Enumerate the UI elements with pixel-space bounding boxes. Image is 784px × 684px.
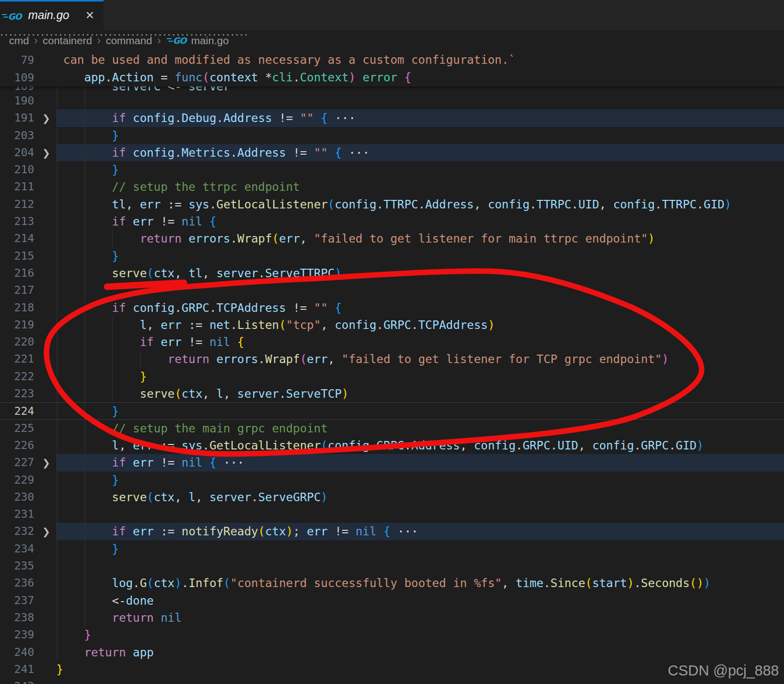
code-line[interactable]: 234 } [0, 540, 784, 557]
code-line[interactable]: 231 [0, 506, 784, 523]
breadcrumb-item-cmd[interactable]: cmd [9, 35, 29, 47]
code-line[interactable]: 189 serverC <- server [0, 86, 784, 92]
line-number: 191 [0, 109, 34, 127]
code-line[interactable]: 191❯ if config.Debug.Address != "" { ··· [0, 109, 784, 127]
code-line[interactable]: 215 } [0, 248, 784, 265]
code-text: serverC <- server [56, 86, 230, 92]
code-text: l, err := net.Listen("tcp", config.GRPC.… [56, 316, 495, 333]
code-line[interactable]: 239 } [0, 626, 784, 643]
code-text: // setup the main grpc endpoint [56, 420, 328, 437]
line-number: 234 [0, 540, 34, 557]
indent-guide [57, 282, 57, 299]
code-line[interactable]: 216 serve(ctx, tl, server.ServeTTRPC) [0, 265, 784, 282]
code-line[interactable]: 226 l, err := sys.GetLocalListener(confi… [0, 437, 784, 454]
code-line[interactable]: 230 serve(ctx, l, server.ServeGRPC) [0, 489, 784, 506]
code-line[interactable]: 211 // setup the ttrpc endpoint [0, 178, 784, 195]
code-line[interactable]: 222 } [0, 368, 784, 385]
code-text: serve(ctx, l, server.ServeGRPC) [56, 489, 328, 506]
code-line[interactable]: 240 return app [0, 644, 784, 661]
code-line[interactable]: 241} [0, 661, 784, 678]
line-number: 225 [0, 420, 34, 437]
fold-chevron-icon[interactable]: ❯ [42, 144, 53, 161]
breadcrumb-item-command[interactable]: command [106, 35, 152, 47]
code-line[interactable]: 225 // setup the main grpc endpoint [0, 420, 784, 437]
go-icon: GO [173, 36, 186, 46]
fold-chevron-icon[interactable]: ❯ [42, 454, 53, 471]
code-text: } [56, 161, 119, 178]
code-line[interactable]: 237 <-done [0, 592, 784, 609]
sticky-line[interactable]: 109 app.Action = func(context *cli.Conte… [0, 69, 784, 86]
fold-chevron-icon[interactable]: ❯ [42, 109, 53, 127]
code-text: return app [56, 644, 154, 661]
code-text: can be used and modified as necessary as… [56, 51, 516, 69]
code-text: } [56, 472, 119, 489]
line-number: 213 [0, 213, 34, 230]
line-number: 239 [0, 626, 34, 643]
code-text: l, err := sys.GetLocalListener(config.GR… [56, 437, 704, 454]
tab-bar: GO main.go ✕ [0, 0, 784, 30]
code-line[interactable]: 235 [0, 557, 784, 575]
code-line[interactable]: 229 } [0, 472, 784, 489]
code-line[interactable]: 218 if config.GRPC.TCPAddress != "" { [0, 299, 784, 316]
line-number: 224 [0, 403, 34, 420]
code-line[interactable]: 232❯ if err := notifyReady(ctx); err != … [0, 523, 784, 540]
code-line[interactable]: 219 l, err := net.Listen("tcp", config.G… [0, 316, 784, 333]
code-line[interactable]: 223 serve(ctx, l, server.ServeTCP) [0, 385, 784, 402]
close-icon[interactable]: ✕ [85, 9, 94, 22]
code-text: return nil [56, 609, 181, 626]
breadcrumb-item-main-go[interactable]: main.go [191, 35, 229, 47]
chevron-right-icon: › [97, 35, 101, 46]
code-line[interactable]: 212 tl, err := sys.GetLocalListener(conf… [0, 196, 784, 213]
code-line[interactable]: 242 [0, 678, 784, 684]
line-number: 203 [0, 127, 34, 144]
code-line[interactable]: 238 return nil [0, 609, 784, 626]
code-text: } [56, 626, 91, 643]
indent-guide [57, 506, 57, 523]
code-text: if err != nil { [56, 333, 244, 351]
code-line[interactable]: 227❯ if err != nil { ··· [0, 454, 784, 471]
code-text: // setup the ttrpc endpoint [56, 178, 300, 195]
line-number: 236 [0, 575, 34, 592]
code-line[interactable]: 210 } [0, 161, 784, 178]
code-text: tl, err := sys.GetLocalListener(config.T… [56, 196, 731, 213]
code-text: } [56, 127, 119, 144]
breadcrumb-item-containerd[interactable]: containerd [43, 35, 92, 47]
fold-chevron-icon[interactable]: ❯ [42, 523, 53, 540]
vscode-editor-window: GO main.go ✕ cmd › containerd › command … [0, 0, 784, 684]
code-line[interactable]: 214 return errors.Wrapf(err, "failed to … [0, 230, 784, 247]
code-text: if err != nil { ··· [56, 454, 244, 471]
code-text: } [56, 661, 63, 678]
indent-guide [57, 557, 57, 575]
code-text: if config.GRPC.TCPAddress != "" { [56, 299, 342, 316]
code-line[interactable]: 190 [0, 92, 784, 109]
code-line[interactable]: 220 if err != nil { [0, 333, 784, 351]
code-line[interactable]: 217 [0, 282, 784, 299]
sticky-scroll-divider [1, 34, 248, 36]
code-text: serve(ctx, l, server.ServeTCP) [56, 385, 349, 402]
code-text: if config.Metrics.Address != "" { ··· [56, 144, 369, 161]
line-number: 232 [0, 523, 34, 540]
code-line[interactable]: 224 } [0, 402, 784, 419]
sticky-line[interactable]: 79 can be used and modified as necessary… [0, 51, 784, 69]
tab-title: main.go [28, 9, 69, 22]
code-line[interactable]: 204❯ if config.Metrics.Address != "" { ·… [0, 144, 784, 161]
code-line[interactable]: 213 if err != nil { [0, 213, 784, 230]
line-number: 230 [0, 489, 34, 506]
code-area[interactable]: 189 serverC <- server190191❯ if config.D… [0, 86, 784, 684]
line-number: 204 [0, 144, 34, 161]
line-number: 109 [0, 69, 34, 86]
indent-guide [84, 92, 85, 109]
line-number: 229 [0, 472, 34, 489]
line-number: 217 [0, 282, 34, 299]
line-number: 210 [0, 161, 34, 178]
code-line[interactable]: 221 return errors.Wrapf(err, "failed to … [0, 351, 784, 368]
code-line[interactable]: 203 } [0, 127, 784, 144]
code-text: app.Action = func(context *cli.Context) … [56, 69, 411, 86]
tab-main-go[interactable]: GO main.go ✕ [0, 0, 104, 30]
line-number: 215 [0, 248, 34, 265]
line-number: 238 [0, 609, 34, 626]
line-number: 237 [0, 592, 34, 609]
code-text: } [56, 248, 119, 265]
code-line[interactable]: 236 log.G(ctx).Infof("containerd success… [0, 575, 784, 592]
code-text: if config.Debug.Address != "" { ··· [56, 109, 356, 127]
